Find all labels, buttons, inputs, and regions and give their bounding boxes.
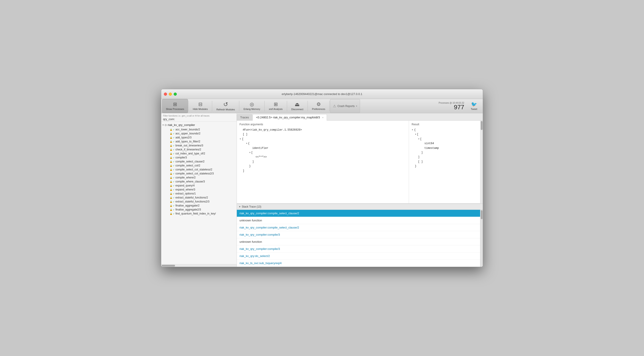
toolbar-divider-2 (212, 101, 212, 111)
tab-active[interactable]: <0.24802.5> riak_kv_qry_compiler:my_mapf… (252, 114, 327, 121)
stack-trace-list[interactable]: riak_kv_qry_compiler:compile_select_clau… (237, 210, 480, 267)
code-text-7: <<"*">> (240, 155, 267, 159)
crash-reports-button[interactable]: ⚠ Crash Reports ▾ (330, 99, 360, 113)
stack-item[interactable]: riak_kv_ts_svc:sub_tsqueryreq/4 (237, 260, 480, 267)
tree-root-item[interactable]: ▾ ⊙ riak_kv_qry_compiler (161, 122, 236, 128)
tree-item-label: compile_where_clause/3 (176, 180, 205, 183)
tree-item[interactable]: 🔒 ✓ compile_select_col/2 (161, 164, 236, 168)
stack-item[interactable]: riak_kv_qry_compiler:compile/3 (237, 245, 480, 252)
lock-icon: 🔒 (170, 184, 172, 187)
hide-modules-button[interactable]: ⊟ Hide Modules (189, 99, 212, 113)
tree-indent (162, 184, 166, 187)
stack-item-label: riak_kv_qry:do_select/2 (240, 254, 270, 258)
stack-item[interactable]: unknown function (237, 217, 480, 224)
preferences-button[interactable]: ⚙ Preferences (308, 99, 329, 113)
lock-icon: 🔒 (170, 208, 172, 211)
xref-analysis-button[interactable]: ⊞ xref Analysis (265, 99, 286, 113)
tree-item[interactable]: 🔒 ✓ extract_stateful_functions2/3 (161, 200, 236, 204)
tree-item[interactable]: 🔒 ✓ col_index_and_type_of/2 (161, 152, 236, 156)
tree-item[interactable]: 🔒 ✓ extract_options/1 (161, 192, 236, 196)
tree-indent (162, 144, 166, 147)
erlang-memory-button[interactable]: ◎ Erlang Memory (240, 99, 264, 113)
processes-info: Processes @ 10:44:03.32 977 (438, 102, 464, 110)
tree-item[interactable]: 🔒 ✓ add_types2/3 (161, 136, 236, 140)
stack-scrollbar-thumb[interactable] (481, 210, 482, 219)
app-window: erlyberly-1462009440221@mac connected to… (161, 89, 483, 267)
disconnect-button[interactable]: ⏏ Disconnect (288, 99, 307, 113)
hide-modules-icon: ⊟ (198, 102, 202, 107)
result-expand-1[interactable]: ▾ (412, 128, 413, 132)
maximize-button[interactable] (174, 93, 177, 96)
tree-item[interactable]: 🔒 ✓ extract_stateful_functions/2 (161, 196, 236, 200)
tree-item[interactable]: 🔒 ✓ compile_where_clause/3 (161, 180, 236, 184)
result-text-5: timestamp (412, 146, 439, 150)
tree-item[interactable]: 🔒 ✓ finalise_aggregate2/3 (161, 208, 236, 212)
lock-icon: 🔒 (170, 144, 172, 147)
stack-item[interactable]: riak_kv_qry_compiler:compile_select_clau… (237, 210, 480, 217)
stack-trace-scrollbar[interactable] (480, 210, 483, 267)
tweet-button[interactable]: 🐦 Tweet (468, 100, 480, 112)
sidebar-horizontal-scrollbar-thumb[interactable] (162, 265, 175, 266)
tree-item-label: expand_where/3 (176, 188, 195, 191)
tree-indent2 (166, 176, 170, 179)
tree-item[interactable]: 🔒 ✓ compile_select_col_stateless2/3 (161, 172, 236, 176)
show-processes-button[interactable]: ⊞ Show Processes (162, 99, 188, 113)
close-button[interactable] (164, 93, 167, 96)
stack-trace-header[interactable]: ▾ Stack Trace (13) (237, 204, 483, 210)
tree-item[interactable]: 🔒 ✓ compile_select_clause/2 (161, 160, 236, 164)
lock-icon: 🔒 (170, 152, 172, 155)
code-line-8: ] (240, 160, 406, 164)
stack-item[interactable]: riak_kv_qry:do_select/2 (237, 252, 480, 260)
stack-item[interactable]: riak_kv_qry_compiler:compile/3 (237, 231, 480, 238)
tree-indent (162, 188, 166, 191)
check-icon: ✓ (173, 148, 174, 151)
tree-item[interactable]: 🔒 ✓ compile/3 (161, 156, 236, 160)
tab-traces-label: Traces (240, 116, 249, 119)
processes-count: 977 (454, 104, 464, 110)
tree-indent2 (166, 132, 170, 135)
tree-indent2 (166, 184, 170, 187)
check-icon: ✓ (173, 168, 174, 171)
tree-item-label: add_types2/3 (176, 136, 192, 139)
tab-traces[interactable]: Traces (237, 114, 252, 120)
stack-item[interactable]: unknown function (237, 238, 480, 245)
code-line-6: ▾[ (240, 150, 406, 155)
trace-content-scrollbar[interactable] (480, 121, 483, 204)
tree-item[interactable]: 🔒 ✓ compile_select_col_stateless/2 (161, 168, 236, 172)
tree-item[interactable]: 🔒 ✓ expand_where/3 (161, 188, 236, 192)
tree-indent2 (166, 136, 170, 139)
tree-item[interactable]: 🔒 ✓ break_out_timeseries/3 (161, 144, 236, 148)
tree-indent2 (166, 140, 170, 143)
lock-icon: 🔒 (170, 180, 172, 183)
tab-close-icon[interactable]: × (322, 116, 323, 119)
tree-indent2 (166, 152, 170, 155)
tree-item[interactable]: 🔒 ✓ finalise_aggregate/2 (161, 204, 236, 208)
refresh-modules-button[interactable]: ↺ Refresh Modules (212, 99, 238, 113)
hide-modules-label: Hide Modules (193, 108, 208, 110)
tree-item[interactable]: 🔒 ✓ check_if_timeseries/2 (161, 148, 236, 152)
stack-item[interactable]: riak_kv_qry_compiler:compile_select_clau… (237, 224, 480, 231)
check-icon: ✓ (173, 140, 174, 143)
expand-icon-1[interactable]: ▾ (240, 137, 241, 141)
tree-indent (162, 192, 166, 195)
tree-item-label: compile_select_col_stateless2/3 (176, 172, 214, 175)
tree-item[interactable]: 🔒 ✓ find_quantum_field_index_in_key/ (161, 212, 236, 216)
sidebar-horizontal-scrollbar[interactable] (161, 264, 236, 267)
tab-active-label: <0.24802.5> riak_kv_qry_compiler:my_mapf… (256, 116, 320, 119)
tree-item-label: finalise_aggregate/2 (176, 204, 200, 207)
tree-indent (162, 160, 166, 163)
minimize-button[interactable] (169, 93, 172, 96)
tree-item[interactable]: 🔒 ✓ add_types_to_filter/2 (161, 140, 236, 144)
tree-indent (162, 156, 166, 159)
tree-indent (162, 172, 166, 175)
toolbar-divider-3 (239, 101, 239, 111)
code-text-9: } (240, 164, 250, 168)
sidebar-tree[interactable]: ▾ ⊙ riak_kv_qry_compiler 🔒 ✓ acc_lower_b… (161, 122, 236, 264)
tree-item-label: finalise_aggregate2/3 (176, 208, 201, 211)
trace-scrollbar-thumb[interactable] (481, 121, 482, 130)
tree-item[interactable]: 🔒 ✓ compile_where/2 (161, 176, 236, 180)
check-icon: ✓ (173, 188, 174, 191)
tree-item[interactable]: 🔒 ✓ acc_upper_bounds/2 (161, 132, 236, 136)
tree-item[interactable]: 🔒 ✓ expand_query/4 (161, 184, 236, 188)
tree-item[interactable]: 🔒 ✓ acc_lower_bounds/2 (161, 128, 236, 132)
